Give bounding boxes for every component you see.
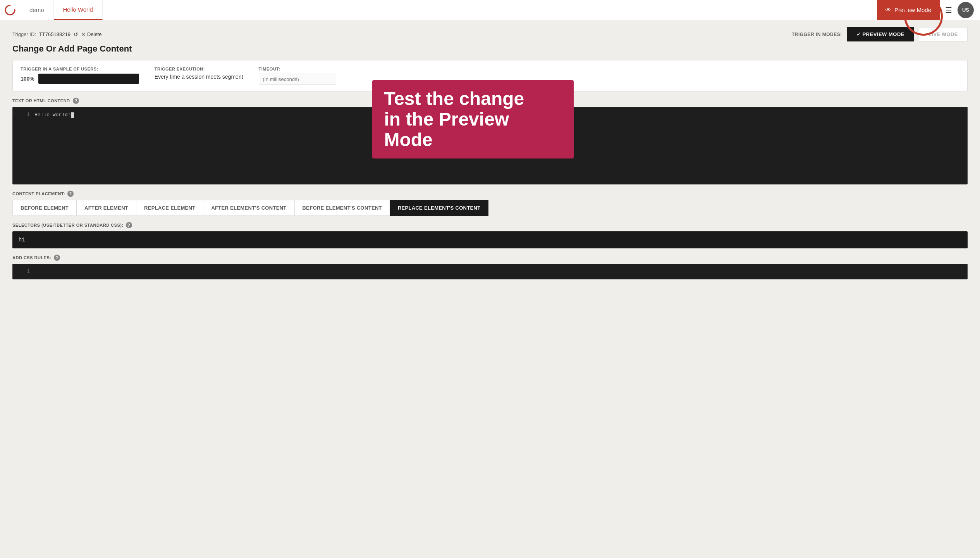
main-content: Trigger ID: TT765188219 ↺ ✕ Delete TRIGG… (0, 20, 980, 286)
placement-section-label: CONTENT PLACEMENT: ? (12, 191, 968, 197)
tooltip-title: Test the change in the Preview Mode (384, 89, 562, 150)
tooltip-popup: Test the change in the Preview Mode (372, 80, 574, 158)
pct-value: 100% (21, 76, 34, 82)
percentage-row: 100% (21, 74, 139, 84)
logo[interactable] (0, 0, 20, 20)
selectors-help-icon[interactable]: ? (126, 222, 132, 228)
line-content-1: Hello World! (34, 112, 74, 118)
placement-buttons: BEFORE ELEMENT AFTER ELEMENT REPLACE ELE… (12, 200, 968, 216)
eye-icon: 👁 (885, 7, 891, 13)
sample-field: TRIGGER IN A SAMPLE OF USERS: 100% (21, 67, 139, 84)
placement-after-content[interactable]: AFTER ELEMENT'S CONTENT (203, 200, 294, 216)
trigger-info-row: Trigger ID: TT765188219 ↺ ✕ Delete TRIGG… (12, 27, 968, 41)
menu-icon[interactable]: ☰ (940, 0, 958, 20)
delete-button[interactable]: ✕ Delete (81, 31, 102, 37)
line-gutter: i (13, 112, 19, 116)
preview-mode-toggle[interactable]: ✓ PREVIEW MODE (847, 27, 914, 41)
trigger-id-value: TT765188219 (39, 31, 70, 37)
svg-point-0 (14, 9, 15, 11)
placement-help-icon[interactable]: ? (67, 191, 74, 197)
delete-x-icon: ✕ (81, 31, 86, 37)
css-help-icon[interactable]: ? (54, 255, 60, 261)
check-icon: ✓ (856, 31, 863, 37)
css-section-label: ADD CSS RULES: ? (12, 255, 968, 261)
placement-before-element[interactable]: BEFORE ELEMENT (12, 200, 77, 216)
timeout-label: TIMEOUT: (259, 67, 336, 71)
trigger-id-section: Trigger ID: TT765188219 ↺ ✕ Delete (12, 31, 101, 38)
trigger-modes-section: TRIGGER IN MODES: ✓ PREVIEW MODE LIVE MO… (792, 27, 968, 41)
tab-demo[interactable]: demo (20, 0, 54, 20)
user-avatar[interactable]: US (958, 2, 974, 18)
line-number-1: 1 (19, 112, 34, 117)
content-help-icon[interactable]: ? (73, 98, 79, 104)
placement-replace-content[interactable]: REPLACE ELEMENT'S CONTENT (390, 200, 489, 216)
selectors-section-label: SELECTORS (USEITBETTER OR STANDARD CSS):… (12, 222, 968, 228)
css-line-1: 1 (13, 269, 967, 274)
preview-mode-button[interactable]: 👁 Preview Mode (877, 0, 940, 20)
selector-bar[interactable]: h1 (12, 231, 968, 248)
app-header: demo Hello World 👁 Preview Mode ☰ US (0, 0, 980, 20)
cursor (71, 112, 74, 118)
placement-after-element[interactable]: AFTER ELEMENT (76, 200, 136, 216)
sample-label: TRIGGER IN A SAMPLE OF USERS: (21, 67, 139, 71)
execution-label: TRIGGER EXECUTION: (155, 67, 243, 71)
execution-value: Every time a session meets segment (155, 74, 243, 80)
timeout-input[interactable] (259, 74, 336, 85)
execution-field: TRIGGER EXECUTION: Every time a session … (155, 67, 243, 80)
tab-hello-world[interactable]: Hello World (54, 0, 103, 20)
placement-before-content[interactable]: BEFORE ELEMENT'S CONTENT (294, 200, 390, 216)
placement-replace-element[interactable]: REPLACE ELEMENT (136, 200, 203, 216)
css-line-number-1: 1 (19, 269, 34, 274)
pct-bar (38, 74, 139, 84)
css-editor[interactable]: 1 (12, 264, 968, 279)
header-actions: 👁 Preview Mode ☰ US (877, 0, 980, 20)
refresh-icon[interactable]: ↺ (74, 31, 78, 38)
live-mode-toggle[interactable]: LIVE MODE (919, 27, 968, 41)
timeout-field: TIMEOUT: (259, 67, 336, 85)
trigger-modes-label: TRIGGER IN MODES: (792, 32, 842, 37)
page-title: Change Or Add Page Content (12, 44, 968, 54)
trigger-id-label: Trigger ID: (12, 31, 36, 37)
